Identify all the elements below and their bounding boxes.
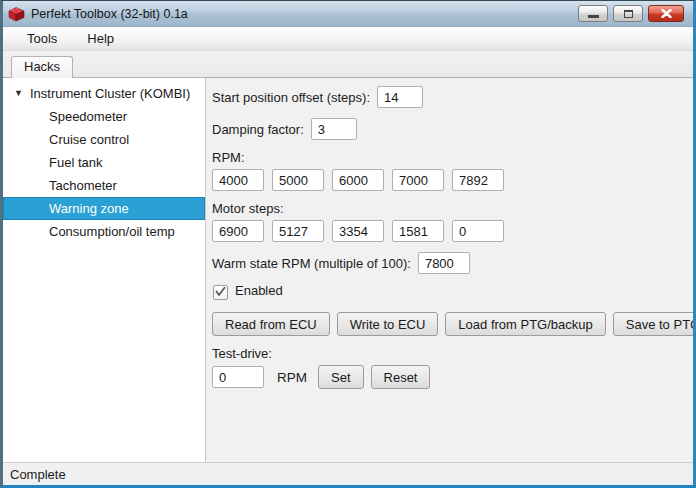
- app-icon: [8, 6, 25, 22]
- warm-state-rpm-input[interactable]: [418, 252, 470, 274]
- rpm-label: RPM:: [212, 150, 696, 165]
- read-from-ecu-button[interactable]: Read from ECU: [212, 312, 330, 336]
- test-drive-unit-label: RPM: [277, 370, 307, 385]
- save-to-ptg-file-button[interactable]: Save to PTG-file: [613, 312, 696, 336]
- set-button[interactable]: Set: [318, 365, 364, 389]
- menu-bar: Tools Help: [3, 27, 693, 51]
- damping-factor-label: Damping factor:: [212, 122, 304, 137]
- window-controls: [578, 5, 688, 22]
- start-position-offset-label: Start position offset (steps):: [212, 90, 370, 105]
- enabled-label: Enabled: [235, 283, 283, 298]
- start-position-offset-input[interactable]: [377, 86, 423, 108]
- test-drive-rpm-input[interactable]: [212, 366, 264, 388]
- tree-item-speedometer[interactable]: Speedometer: [3, 105, 205, 128]
- close-icon: [661, 9, 672, 18]
- status-bar: Complete: [3, 462, 693, 485]
- hack-tree: ▼ Instrument Cluster (KOMBI) Speedometer…: [3, 78, 206, 462]
- status-text: Complete: [10, 467, 66, 482]
- tree-item-fuel-tank[interactable]: Fuel tank: [3, 151, 205, 174]
- tree-item-warning-zone[interactable]: Warning zone: [3, 197, 205, 220]
- maximize-icon: [624, 10, 633, 18]
- close-button[interactable]: [648, 5, 684, 22]
- reset-button[interactable]: Reset: [371, 365, 431, 389]
- tab-hacks[interactable]: Hacks: [11, 56, 73, 78]
- rpm-input-5[interactable]: [452, 169, 504, 191]
- write-to-ecu-button[interactable]: Write to ECU: [337, 312, 439, 336]
- checkmark-icon: [215, 287, 226, 297]
- expander-icon[interactable]: ▼: [14, 89, 23, 98]
- content-area: ▼ Instrument Cluster (KOMBI) Speedometer…: [3, 78, 693, 462]
- minimize-icon: [588, 15, 599, 18]
- motor-steps-label: Motor steps:: [212, 201, 696, 216]
- tree-root-instrument-cluster[interactable]: ▼ Instrument Cluster (KOMBI): [3, 81, 205, 105]
- menu-tools[interactable]: Tools: [17, 29, 67, 48]
- tab-bar: Hacks: [3, 51, 693, 78]
- rpm-input-3[interactable]: [332, 169, 384, 191]
- minimize-button[interactable]: [578, 5, 608, 22]
- load-from-ptg-backup-button[interactable]: Load from PTG/backup: [445, 312, 605, 336]
- motor-steps-input-1[interactable]: [212, 220, 264, 242]
- test-drive-label: Test-drive:: [212, 346, 696, 361]
- window-title: Perfekt Toolbox (32-bit) 0.1a: [31, 7, 572, 21]
- rpm-input-2[interactable]: [272, 169, 324, 191]
- rpm-input-4[interactable]: [392, 169, 444, 191]
- tree-item-cruise-control[interactable]: Cruise control: [3, 128, 205, 151]
- damping-factor-input[interactable]: [311, 118, 357, 140]
- tree-root-label: Instrument Cluster (KOMBI): [30, 86, 190, 101]
- warning-zone-form: Start position offset (steps): Damping f…: [206, 78, 696, 462]
- rpm-input-1[interactable]: [212, 169, 264, 191]
- motor-steps-inputs: [212, 220, 696, 242]
- motor-steps-input-5[interactable]: [452, 220, 504, 242]
- maximize-button[interactable]: [613, 5, 643, 22]
- action-buttons: Read from ECU Write to ECU Load from PTG…: [212, 312, 696, 336]
- app-window: Perfekt Toolbox (32-bit) 0.1a Tools Help…: [0, 0, 696, 488]
- test-drive-row: RPM Set Reset: [212, 365, 696, 389]
- menu-help[interactable]: Help: [77, 29, 124, 48]
- title-bar: Perfekt Toolbox (32-bit) 0.1a: [3, 1, 693, 27]
- motor-steps-input-3[interactable]: [332, 220, 384, 242]
- tree-item-consumption-oil-temp[interactable]: Consumption/oil temp: [3, 220, 205, 243]
- motor-steps-input-2[interactable]: [272, 220, 324, 242]
- enabled-checkbox[interactable]: [213, 285, 228, 300]
- rpm-inputs: [212, 169, 696, 191]
- motor-steps-input-4[interactable]: [392, 220, 444, 242]
- warm-state-rpm-label: Warm state RPM (multiple of 100):: [212, 256, 411, 271]
- tree-item-tachometer[interactable]: Tachometer: [3, 174, 205, 197]
